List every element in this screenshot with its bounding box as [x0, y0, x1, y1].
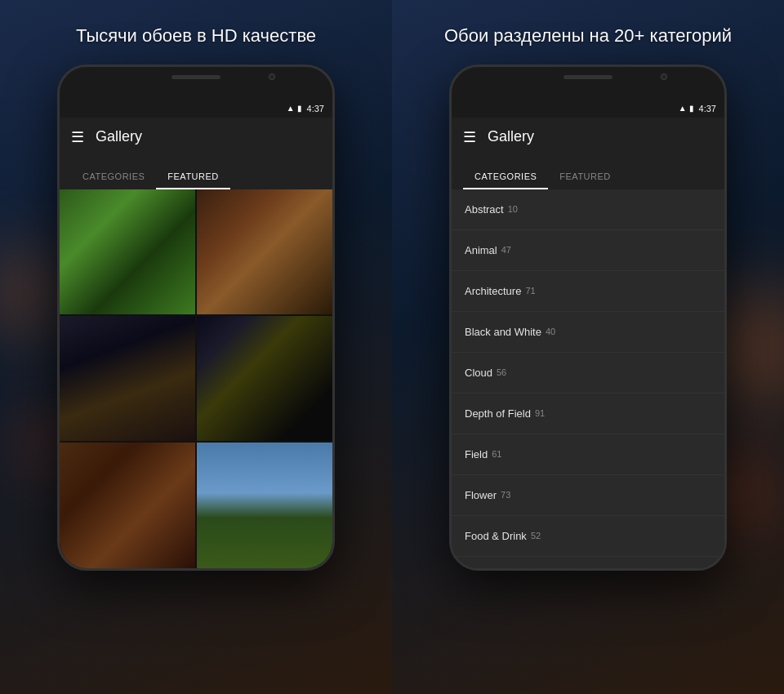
category-item-black-and-white[interactable]: Black and White40	[452, 312, 724, 353]
category-name: Food & Drink	[465, 530, 527, 542]
left-panel: Тысячи обоев в HD качестве ▲ ▮ 4:37 ☰ Ga…	[0, 0, 392, 694]
left-tab-categories[interactable]: CATEGORIES	[71, 165, 156, 189]
left-app-header: ☰ Gallery	[60, 118, 332, 157]
category-count: 40	[546, 327, 555, 336]
left-battery-icon: ▮	[297, 104, 302, 113]
right-phone-top-bar	[452, 67, 724, 100]
category-item-animal[interactable]: Animal47	[452, 230, 724, 271]
category-count: 91	[535, 408, 545, 418]
category-count: 52	[531, 531, 541, 541]
category-count: 71	[525, 286, 535, 296]
right-phone-speaker	[564, 75, 612, 79]
category-item-cloud[interactable]: Cloud56	[452, 353, 724, 394]
right-battery-icon: ▮	[689, 104, 694, 113]
category-item-flower[interactable]: Flower73	[452, 475, 724, 516]
category-count: 56	[497, 367, 506, 377]
right-tab-categories[interactable]: CATEGORIES	[463, 165, 548, 189]
gallery-cell-2[interactable]	[197, 189, 332, 314]
category-item-architecture[interactable]: Architecture71	[452, 271, 724, 312]
left-hamburger-icon[interactable]: ☰	[71, 130, 84, 145]
gallery-cell-4[interactable]	[197, 316, 332, 441]
category-item-depth-of-field[interactable]: Depth of Field91	[452, 394, 724, 434]
category-name: Cloud	[465, 367, 492, 379]
left-gallery-grid	[60, 189, 332, 568]
left-phone-camera	[269, 73, 275, 80]
category-item-landscape[interactable]: Landscape228	[452, 557, 724, 568]
left-tabs: CATEGORIES FEATURED	[60, 157, 332, 189]
left-panel-title: Тысячи обоев в HD качестве	[76, 24, 316, 48]
right-status-time: 4:37	[699, 104, 716, 113]
left-status-time: 4:37	[307, 104, 324, 113]
category-name: Animal	[465, 244, 497, 256]
gallery-cell-1[interactable]	[60, 189, 195, 314]
left-tab-featured[interactable]: FEATURED	[156, 165, 229, 189]
category-item-food-&-drink[interactable]: Food & Drink52	[452, 516, 724, 557]
category-count: 61	[492, 449, 501, 459]
left-app-title: Gallery	[96, 128, 142, 145]
category-name: Field	[465, 448, 488, 460]
right-category-list: Abstract10Animal47Architecture71Black an…	[452, 189, 724, 568]
category-name: Abstract	[465, 203, 504, 216]
left-phone: ▲ ▮ 4:37 ☰ Gallery CATEGORIES FEATURED	[57, 65, 335, 571]
left-signal-icon: ▲	[287, 104, 295, 113]
category-count: 47	[501, 245, 511, 255]
left-phone-top-bar	[60, 67, 332, 100]
left-phone-speaker	[172, 75, 220, 79]
left-status-bar: ▲ ▮ 4:37	[60, 100, 332, 118]
right-tabs: CATEGORIES FEATURED	[452, 157, 724, 189]
category-name: Flower	[465, 489, 497, 501]
right-app-title: Gallery	[488, 128, 534, 145]
category-name: Depth of Field	[465, 407, 531, 420]
right-status-icons: ▲ ▮	[679, 104, 694, 113]
category-name: Black and White	[465, 326, 541, 338]
category-item-abstract[interactable]: Abstract10	[452, 189, 724, 230]
category-name: Architecture	[465, 285, 521, 297]
right-status-bar: ▲ ▮ 4:37	[452, 100, 724, 118]
gallery-cell-6[interactable]	[197, 443, 332, 567]
category-count: 10	[508, 204, 518, 214]
gallery-cell-5[interactable]	[60, 443, 195, 567]
right-signal-icon: ▲	[679, 104, 687, 113]
left-status-icons: ▲ ▮	[287, 104, 302, 113]
category-count: 73	[501, 490, 510, 500]
gallery-cell-3[interactable]	[60, 316, 195, 441]
right-phone-camera	[661, 73, 667, 80]
right-hamburger-icon[interactable]: ☰	[463, 130, 476, 145]
right-app-header: ☰ Gallery	[452, 118, 724, 157]
right-panel: Обои разделены на 20+ категорий ▲ ▮ 4:37…	[392, 0, 784, 694]
right-phone: ▲ ▮ 4:37 ☰ Gallery CATEGORIES FEATURED A…	[449, 65, 727, 571]
category-item-field[interactable]: Field61	[452, 434, 724, 475]
right-tab-featured[interactable]: FEATURED	[548, 165, 621, 189]
right-panel-title: Обои разделены на 20+ категорий	[444, 24, 732, 48]
